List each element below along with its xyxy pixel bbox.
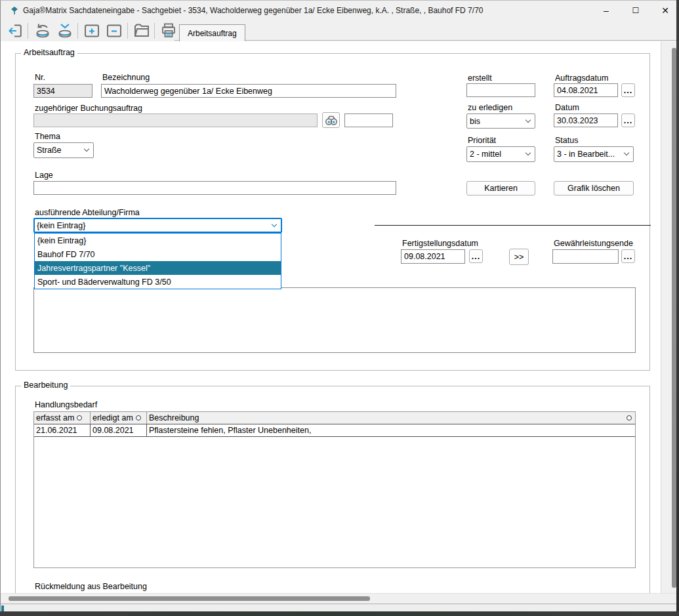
buchungsauftrag-nr-field[interactable]: [344, 113, 393, 127]
add-window-button[interactable]: [81, 21, 102, 40]
save-data-button[interactable]: [54, 21, 75, 40]
abteilung-dropdown-list: {kein Eintrag} Bauhof FD 7/70 Jahresvert…: [34, 233, 281, 289]
minimize-button[interactable]: –: [593, 1, 619, 20]
gewaehrleistungsende-browse-button[interactable]: ...: [621, 249, 635, 263]
erstellt-label: erstellt: [468, 73, 492, 83]
cell-erledigt-am: 09.08.2021: [91, 424, 147, 436]
table-row[interactable]: 21.06.2021 09.08.2021 Pflastersteine feh…: [34, 424, 635, 437]
zu-erledigen-value: bis: [470, 117, 480, 126]
chevron-down-icon: [272, 221, 277, 226]
toolbar-separator: [28, 23, 28, 39]
tab-arbeitsauftrag[interactable]: Arbeitsauftrag: [179, 24, 245, 41]
restore-data-icon: [33, 22, 52, 40]
table-header-row: erfasst am erledigt am Beschreibung: [34, 412, 635, 424]
sort-circle-icon: [627, 415, 632, 421]
toolbar-separator: [77, 23, 78, 39]
prioritaet-select[interactable]: 2 - mittel: [466, 146, 535, 162]
section-divider: [375, 225, 651, 226]
lage-field[interactable]: [33, 181, 396, 195]
fertigstellungsdatum-field[interactable]: 09.08.2021: [401, 249, 465, 264]
window-add-icon: [83, 22, 101, 40]
restore-data-button[interactable]: [32, 21, 53, 40]
gewaehrleistungsende-field[interactable]: [552, 249, 619, 264]
close-button[interactable]: ✕: [652, 1, 676, 20]
group-bearbeitung: Bearbeitung Handlungsbedarf erfasst am e…: [15, 386, 650, 611]
datum-field[interactable]: 30.03.2023: [554, 113, 618, 127]
exit-button[interactable]: [5, 21, 26, 40]
remove-window-button[interactable]: [104, 21, 125, 40]
window-title: Gaja®Matrix Sachdateneingabe - Sachgebie…: [23, 6, 483, 15]
status-label: Status: [555, 136, 578, 146]
main-content: Arbeitsauftrag Nr. 3534 Bezeichnung Wach…: [1, 41, 661, 593]
vertical-scrollbar-thumb[interactable]: [672, 48, 676, 588]
auftragsdatum-browse-button[interactable]: ...: [621, 83, 635, 97]
maximize-button[interactable]: ☐: [623, 1, 649, 20]
app-window: Gaja®Matrix Sachdateneingabe - Sachgebie…: [0, 0, 676, 611]
column-label: erledigt am: [93, 413, 133, 422]
thema-select[interactable]: Straße: [33, 142, 94, 158]
binoculars-icon: [325, 114, 338, 126]
status-value: 3 - in Bearbeit...: [557, 150, 615, 159]
dropdown-option[interactable]: Sport- und Bäderverwaltung FD 3/50: [35, 275, 281, 289]
group-arbeitsauftrag: Arbeitsauftrag Nr. 3534 Bezeichnung Wach…: [15, 53, 650, 371]
abteilung-value: {kein Eintrag}: [37, 221, 85, 230]
print-icon: [159, 22, 178, 40]
dropdown-option[interactable]: {kein Eintrag}: [35, 234, 281, 247]
datum-label: Datum: [555, 103, 579, 113]
column-header-erfasst-am[interactable]: erfasst am: [34, 412, 91, 424]
toolbar-separator: [154, 23, 155, 39]
group-title: Arbeitsauftrag: [21, 48, 77, 57]
nr-label: Nr.: [35, 73, 45, 83]
abteilung-select[interactable]: {kein Eintrag}: [33, 218, 282, 233]
status-select[interactable]: 3 - in Bearbeit...: [554, 146, 634, 162]
toolbar-separator: [127, 23, 128, 39]
fertigstellungsdatum-label: Fertigstellungsdatum: [402, 239, 478, 249]
auftragsdatum-field[interactable]: 04.08.2021: [554, 83, 618, 97]
thema-label: Thema: [35, 132, 60, 142]
desktop-edge-bottom: [0, 611, 679, 616]
datum-browse-button[interactable]: ...: [621, 113, 635, 127]
chevron-down-icon: [525, 117, 531, 122]
fertigstellungsdatum-browse-button[interactable]: ...: [469, 249, 483, 263]
nr-field: 3534: [33, 84, 93, 98]
toolbar: Arbeitsauftrag: [1, 20, 676, 41]
chevron-down-icon: [525, 150, 531, 155]
column-header-erledigt-am[interactable]: erledigt am: [91, 412, 147, 424]
zu-erledigen-select[interactable]: bis: [466, 113, 535, 129]
window-remove-icon: [105, 22, 123, 40]
sort-circle-icon: [77, 415, 82, 421]
tab-strip-line: [175, 40, 676, 41]
search-buchungsauftrag-button[interactable]: [322, 112, 340, 128]
hinweise-textarea[interactable]: [33, 287, 636, 353]
dropdown-option-highlighted[interactable]: Jahresvertragspartner "Kessel": [35, 261, 281, 275]
rueckmeldung-label: Rückmeldung aus Bearbeitung: [35, 582, 147, 592]
buchungsauftrag-label: zugehöriger Buchungsauftrag: [35, 104, 142, 113]
transfer-button[interactable]: >>: [509, 249, 529, 265]
folder-button[interactable]: [131, 21, 152, 40]
gewaehrleistungsende-label: Gewährleistungsende: [554, 239, 633, 249]
bezeichnung-label: Bezeichnung: [102, 73, 150, 83]
status-bar: [1, 604, 676, 611]
horizontal-scrollbar-thumb[interactable]: [9, 596, 370, 601]
cell-erfasst-am: 21.06.2021: [34, 424, 91, 436]
handlungsbedarf-label: Handlungsbedarf: [35, 400, 97, 410]
desktop-edge-right: [676, 41, 679, 616]
grafik-loeschen-button[interactable]: Grafik löschen: [554, 181, 634, 195]
dropdown-option[interactable]: Bauhof FD 7/70: [35, 247, 281, 261]
status-accent-mark: [1, 606, 4, 611]
prioritaet-label: Priorität: [468, 136, 496, 146]
save-data-icon: [56, 22, 74, 40]
column-header-beschreibung[interactable]: Beschreibung: [147, 412, 635, 424]
group-title: Bearbeitung: [21, 380, 70, 390]
erstellt-field[interactable]: [466, 83, 535, 97]
thema-value: Straße: [37, 146, 62, 155]
column-label: Beschreibung: [149, 413, 199, 422]
kartieren-button[interactable]: Kartieren: [466, 181, 535, 195]
horizontal-scrollbar-track[interactable]: [1, 593, 676, 604]
print-button[interactable]: [158, 21, 179, 40]
bezeichnung-field[interactable]: Wacholderweg gegenüber 1a/ Ecke Eibenweg: [101, 84, 396, 98]
zu-erledigen-label: zu erledigen: [468, 103, 512, 113]
prioritaet-value: 2 - mittel: [470, 150, 501, 159]
app-logo-icon: [10, 6, 19, 15]
abteilung-label: ausführende Abteilung/Firma: [35, 208, 140, 218]
